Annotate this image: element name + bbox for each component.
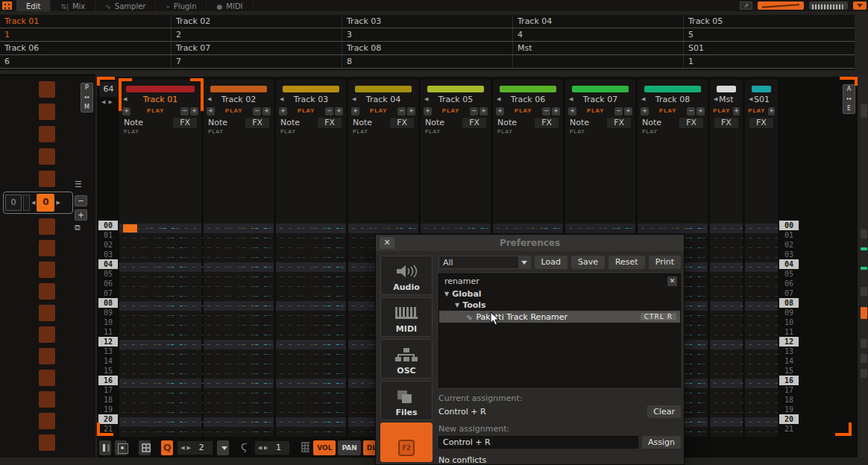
pattern-cell[interactable]: − − — [255, 361, 268, 367]
pattern-cell[interactable]: − − — [229, 428, 242, 435]
track-headers-toggle-icon[interactable] — [99, 440, 111, 455]
pattern-cell[interactable]: − − − − — [749, 312, 779, 319]
close-icon[interactable]: ✕ — [380, 237, 394, 249]
quantize-next-icon[interactable]: ▶ — [187, 445, 191, 451]
pattern-cell[interactable]: − − − — [352, 283, 374, 290]
pattern-cell[interactable]: − − — [145, 370, 157, 377]
seq-next-icon[interactable]: ▶ — [56, 200, 60, 206]
pattern-row[interactable]: − − − − — [710, 340, 743, 349]
expander-icon[interactable]: ▼ — [455, 302, 459, 309]
app-grid-icon[interactable] — [2, 1, 12, 10]
pattern-cell[interactable]: − − − — [207, 370, 229, 377]
quantize-dropdown[interactable] — [217, 440, 229, 455]
pattern-cell[interactable]: − − − — [352, 428, 374, 435]
scope-pattern-number[interactable]: 1 — [0, 28, 171, 41]
pattern-cell[interactable]: − − — [255, 283, 268, 290]
pattern-row[interactable]: − − − − — [710, 398, 743, 408]
pattern-cell[interactable]: − − — [171, 370, 183, 377]
pattern-cell[interactable]: − − − — [183, 428, 205, 435]
pattern-row[interactable]: − − −− −− −− −− − − — [119, 282, 201, 291]
pattern-cell[interactable]: − − — [229, 273, 242, 280]
pattern-cell[interactable]: − − — [145, 428, 157, 435]
pattern-cell[interactable]: − − − — [207, 341, 229, 348]
pattern-cell[interactable]: − − — [689, 399, 702, 406]
track-name[interactable]: ◀Track 07 — [565, 94, 635, 105]
pattern-cell[interactable]: − − − — [280, 244, 301, 251]
pattern-cell[interactable]: − − − − — [714, 293, 744, 300]
pattern-cell[interactable]: − − − — [280, 399, 301, 406]
pattern-cell[interactable]: − − — [315, 390, 327, 396]
reset-button[interactable]: Reset — [608, 256, 645, 269]
pattern-cell[interactable]: − − — [145, 341, 157, 348]
new-assignment-input[interactable]: Control + R — [438, 436, 638, 449]
pattern-cell[interactable]: − − — [301, 244, 314, 251]
pattern-cell[interactable]: − − − — [280, 419, 301, 426]
pattern-row[interactable]: − − −− −− −− −− − − — [348, 224, 418, 233]
pattern-cell[interactable]: − − − − — [749, 332, 779, 338]
matrix-slot[interactable] — [39, 434, 55, 451]
pattern-cell[interactable]: − − − — [352, 409, 374, 416]
add-column-icon[interactable]: + — [351, 107, 359, 116]
track-color-bar[interactable] — [126, 86, 195, 92]
track-name[interactable]: ◀Track 04 — [348, 94, 418, 105]
pattern-cell[interactable]: − − − — [280, 361, 301, 367]
pattern-cell[interactable]: − − − — [207, 332, 229, 338]
pattern-cell[interactable]: − − − — [352, 341, 374, 348]
pattern-cell[interactable]: − − — [689, 303, 702, 309]
pattern-row[interactable]: − − −− −− −− −− − − — [204, 253, 274, 262]
matrix-slot[interactable] — [39, 326, 55, 343]
pattern-cell[interactable]: − − — [242, 341, 255, 348]
pattern-cell[interactable]: − − — [229, 390, 242, 396]
pattern-cell[interactable]: − − − — [183, 293, 205, 300]
pattern-cell[interactable]: − − − — [207, 235, 229, 241]
scope-track-name[interactable]: Track 05 — [683, 15, 854, 28]
pattern-row[interactable]: − − − − — [745, 398, 778, 408]
pattern-cell[interactable]: − − − − — [749, 419, 779, 426]
pattern-cell[interactable]: − − — [145, 399, 157, 406]
pattern-cell[interactable]: − − − — [123, 273, 145, 280]
scope-track-name[interactable]: Track 01 — [0, 15, 171, 28]
pattern-cell[interactable]: − − − — [207, 322, 229, 329]
pattern-cell[interactable]: − − — [315, 303, 327, 309]
tab-mix[interactable]: ⇅|Mix — [51, 0, 95, 11]
pattern-cell[interactable]: − − — [150, 225, 163, 232]
pattern-cell[interactable]: − − — [301, 390, 314, 396]
pattern-cell[interactable]: − − — [229, 283, 242, 290]
pattern-cell[interactable]: − − — [145, 361, 157, 367]
pattern-row[interactable]: − − −− −− −− −− − − — [204, 330, 274, 340]
track-name[interactable]: ◀Track 01 — [119, 94, 201, 105]
add-column-icon[interactable]: + — [122, 107, 130, 116]
track-column[interactable]: ◀Track 02+PLAY−+NoteFXPLAY− − −− −− −− −… — [204, 80, 274, 437]
pattern-row[interactable]: − − −− −− −− −− − − — [276, 224, 346, 233]
pattern-row[interactable]: − − −− −− −− −− − − — [119, 243, 201, 253]
pattern-cell[interactable]: − − — [689, 264, 702, 271]
pattern-row[interactable]: − − − − — [745, 224, 778, 233]
pattern-cell[interactable]: − − — [676, 225, 689, 232]
pattern-cell[interactable]: − − — [315, 312, 327, 319]
pattern-cell[interactable]: − − − − — [714, 283, 744, 290]
pattern-cell[interactable]: − − − — [183, 399, 205, 406]
pattern-row[interactable]: − − −− −− −− −− − − — [119, 253, 201, 262]
pattern-cell[interactable]: − − − — [280, 312, 301, 319]
remove-column-icon[interactable]: − — [325, 107, 333, 116]
pattern-cell[interactable]: − − − — [207, 254, 229, 261]
pattern-cell[interactable]: − − − − — [714, 409, 744, 416]
pattern-cell[interactable]: − − − − — [714, 419, 744, 426]
quantize-value[interactable]: 2 — [193, 443, 210, 452]
pattern-cell[interactable]: − − — [158, 273, 171, 280]
pattern-cell[interactable]: − − − — [207, 361, 229, 367]
pattern-cell[interactable]: − − — [145, 419, 157, 426]
pattern-row[interactable]: − − −− −− −− −− − − — [565, 224, 635, 233]
pattern-cell[interactable]: − − — [327, 254, 340, 261]
pattern-cell[interactable]: − − − — [123, 428, 145, 435]
pattern-row[interactable]: − − −− −− −− −− − − — [119, 369, 201, 379]
pattern-cell[interactable]: − − — [689, 341, 702, 348]
pattern-row[interactable]: − − −− −− −− −− − − — [276, 388, 346, 398]
pattern-cell[interactable]: − − — [301, 419, 314, 426]
track-color-bar[interactable] — [355, 86, 412, 92]
pattern-cell[interactable]: − − − — [207, 428, 229, 435]
pattern-row[interactable]: − − −− −− −− −− − − — [119, 349, 201, 359]
pattern-row[interactable]: − − −− −− −− −− − − — [204, 262, 274, 272]
pattern-cell[interactable]: − − — [145, 380, 157, 387]
pattern-cell[interactable]: − − — [446, 225, 459, 232]
